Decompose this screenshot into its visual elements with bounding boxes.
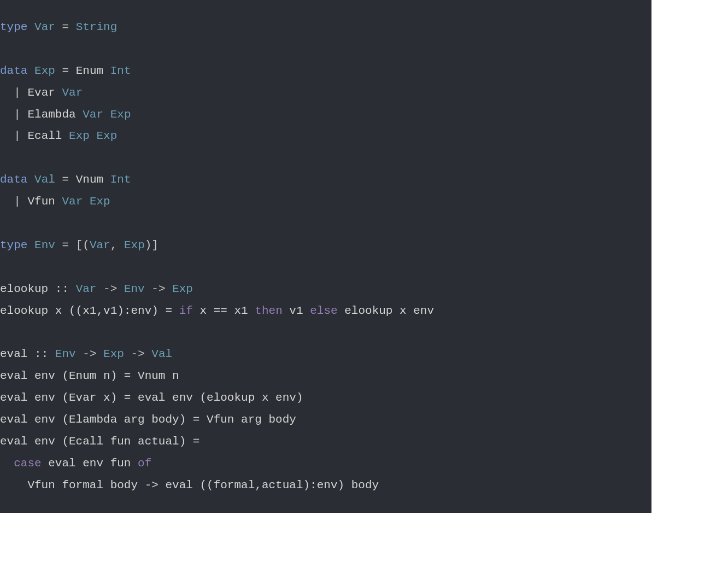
equals: = xyxy=(62,173,69,186)
type-exp: Exp xyxy=(34,65,55,77)
arrow: -> xyxy=(131,348,145,360)
type-var: Var xyxy=(62,195,83,208)
type-var: Var xyxy=(62,86,83,99)
type-var: Var xyxy=(76,283,97,295)
keyword-else: else xyxy=(310,305,337,317)
type-val: Val xyxy=(34,173,55,186)
equals: = xyxy=(62,65,69,77)
arrow: -> xyxy=(151,283,165,295)
ctor-elambda: Elambda xyxy=(27,108,75,121)
double-colon: :: xyxy=(55,283,69,295)
ctor-ecall: Ecall xyxy=(27,130,62,142)
func-def-elookup: elookup x ((x1,v1):env) = xyxy=(0,305,172,317)
func-elookup: elookup xyxy=(0,283,48,295)
type-exp: Exp xyxy=(96,130,117,142)
pipe: | xyxy=(14,130,21,142)
type-env: Env xyxy=(55,348,76,360)
keyword-if: if xyxy=(179,305,193,317)
keyword-case: case xyxy=(14,457,41,470)
type-env: Env xyxy=(34,239,55,251)
pipe: | xyxy=(14,108,21,121)
ctor-enum: Enum xyxy=(76,65,103,77)
type-exp: Exp xyxy=(172,283,193,295)
pipe: | xyxy=(14,195,21,208)
eval-elambda: eval env (Elambda arg body) = Vfun arg b… xyxy=(0,413,296,426)
type-exp: Exp xyxy=(103,348,124,360)
keyword-type: type xyxy=(0,239,27,251)
equals: = xyxy=(62,21,69,33)
type-var: Var xyxy=(34,21,55,33)
keyword-data: data xyxy=(0,65,27,77)
keyword-of: of xyxy=(138,457,151,470)
type-exp: Exp xyxy=(124,239,145,251)
then-branch: v1 xyxy=(289,305,303,317)
type-env: Env xyxy=(124,283,145,295)
haskell-code-block: type Var = String data Exp = Enum Int | … xyxy=(0,0,651,513)
case-expr: eval env fun xyxy=(48,457,131,470)
else-branch: elookup x env xyxy=(344,305,434,317)
type-exp: Exp xyxy=(110,108,131,121)
comma: , xyxy=(110,239,118,251)
arrow: -> xyxy=(103,283,117,295)
type-val: Val xyxy=(151,348,172,360)
ctor-evar: Evar xyxy=(27,86,55,99)
eval-ecall: eval env (Ecall fun actual) = xyxy=(0,435,199,448)
ctor-vnum: Vnum xyxy=(76,173,103,186)
type-string: String xyxy=(76,21,118,33)
type-exp: Exp xyxy=(69,130,90,142)
func-eval: eval xyxy=(0,348,27,360)
keyword-data: data xyxy=(0,173,27,186)
equals: = xyxy=(62,239,69,251)
type-int: Int xyxy=(110,173,131,186)
case-branch: Vfun formal body -> eval ((formal,actual… xyxy=(0,479,379,491)
eval-enum: eval env (Enum n) = Vnum n xyxy=(0,370,179,382)
type-int: Int xyxy=(110,65,131,77)
keyword-type: type xyxy=(0,21,27,33)
type-exp: Exp xyxy=(90,195,110,208)
bracket-open: [( xyxy=(76,239,90,251)
keyword-then: then xyxy=(255,305,282,317)
eval-evar: eval env (Evar x) = eval env (elookup x … xyxy=(0,391,303,404)
double-colon: :: xyxy=(34,348,48,360)
bracket-close: )] xyxy=(145,239,158,251)
type-var: Var xyxy=(83,108,103,121)
condition: x == x1 xyxy=(200,305,248,317)
type-var: Var xyxy=(90,239,110,251)
arrow: -> xyxy=(83,348,96,360)
pipe: | xyxy=(14,86,21,99)
ctor-vfun: Vfun xyxy=(27,195,55,208)
